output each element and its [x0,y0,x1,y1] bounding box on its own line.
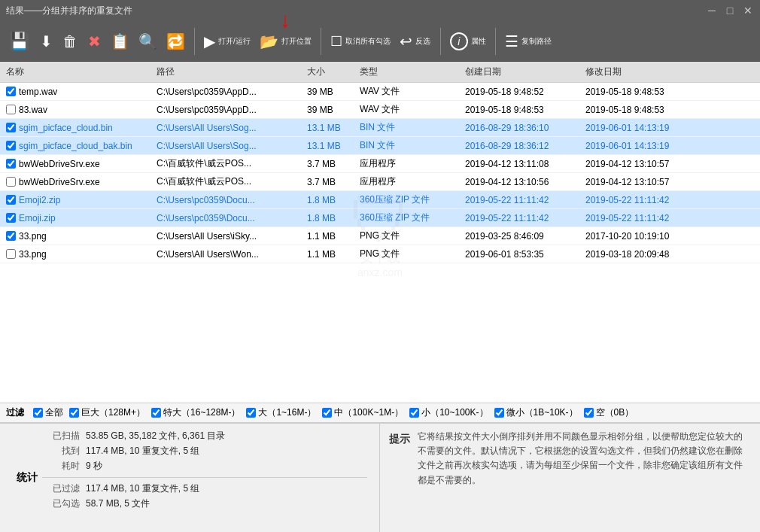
table-row: temp.wav C:\Users\pc0359\AppD... 39 MB W… [0,83,760,101]
stats-val-filtered: 117.4 MB, 10 重复文件, 5 组 [86,482,199,495]
toolbar: 💾 ⬇ 🗑 ✖ 📋 🔍 🔁 ▶ 打开/运行 📂 打开位置 ↓ ☐ 取消所有勾选 [0,21,760,62]
open-location-icon: 📂 [260,34,278,49]
search-button[interactable]: 🔍 [135,25,160,58]
row-checkbox-3[interactable] [6,141,16,150]
cell-type-3: BIN 文件 [357,138,462,153]
cell-path-7: C:\Users\pc0359\Docu... [154,212,304,224]
save-button[interactable]: 💾 [6,25,32,58]
cell-type-1: WAV 文件 [357,102,462,117]
reverse-select-button[interactable]: ↩ 反选 [397,25,434,58]
select-none-button[interactable]: ☐ 取消所有勾选 [327,25,394,58]
copy-file-icon: 📋 [111,34,129,49]
stats-row-time: 耗时 9 秒 [42,460,367,473]
download-button[interactable]: ⬇ [35,25,56,58]
delete-button[interactable]: ✖ [84,25,105,58]
row-checkbox-6[interactable] [6,195,16,205]
filter-item-small[interactable]: 小（10~100K-） [409,406,488,419]
filter-label-medium: 中（100K~1M-） [334,406,403,419]
cell-modified-6: 2019-05-22 11:11:42 [582,194,703,206]
row-checkbox-8[interactable] [6,231,16,241]
filter-item-empty[interactable]: 空（0B） [584,406,634,419]
copy-file-button[interactable]: 📋 [108,25,132,58]
filter-item-xlarge[interactable]: 特大（16~128M-） [151,406,240,419]
reverse-icon: ↩ [400,34,412,49]
stats-key-found: 找到 [42,445,80,458]
cell-created-0: 2019-05-18 9:48:52 [462,86,582,98]
cell-created-2: 2016-08-29 18:36:10 [462,122,582,134]
filter-checkbox-tiny[interactable] [494,408,504,418]
filename-6: Emoji2.zip [19,195,60,205]
filter-item-giant[interactable]: 巨大（128M+） [69,406,145,419]
row-checkbox-1[interactable] [6,105,16,114]
close-button[interactable]: ✕ [742,5,754,17]
filter-bar: 过滤 全部 巨大（128M+） 特大（16~128M-） 大（1~16M-） 中… [0,403,760,423]
minimize-button[interactable]: ─ [706,5,718,17]
filter-checkbox-large[interactable] [246,408,256,418]
open-run-label: 打开/运行 [218,36,251,47]
filename-8: 33.png [19,231,47,242]
cell-name-3: sgim_picface_cloud_bak.bin [3,140,154,152]
info-icon: i [450,32,468,50]
cell-size-6: 1.8 MB [304,194,357,206]
cell-size-2: 13.1 MB [304,122,357,134]
recycle-button[interactable]: 🗑 [59,25,81,58]
filter-checkbox-small[interactable] [409,408,419,418]
filter-checkbox-xlarge[interactable] [151,408,161,418]
filename-7: Emoji.zip [19,213,56,223]
filter-checkbox-all[interactable] [33,408,43,418]
cell-modified-7: 2019-05-22 11:11:42 [582,212,703,224]
open-location-button[interactable]: 📂 打开位置 ↓ [257,25,315,58]
file-list-body: temp.wav C:\Users\pc0359\AppD... 39 MB W… [0,83,760,403]
filter-checkbox-giant[interactable] [69,408,79,418]
filter-checkbox-empty[interactable] [584,408,594,418]
window-controls: ─ □ ✕ [706,5,754,17]
cell-size-9: 1.1 MB [304,248,357,260]
filter-item-medium[interactable]: 中（100K~1M-） [322,406,403,419]
cell-modified-2: 2019-06-01 14:13:19 [582,122,703,134]
cell-path-0: C:\Users\pc0359\AppD... [154,86,304,98]
cell-created-3: 2016-08-29 18:36:12 [462,140,582,152]
cell-type-7: 360压缩 ZIP 文件 [357,211,462,225]
cell-size-3: 13.1 MB [304,140,357,152]
filter-label-small: 小（10~100K-） [421,406,488,419]
cell-modified-8: 2017-10-20 10:19:10 [582,230,703,242]
row-checkbox-7[interactable] [6,213,16,223]
stats-title-label: 统计 [12,430,42,526]
row-checkbox-5[interactable] [6,177,16,187]
cell-path-8: C:\Users\All Users\iSky... [154,230,304,242]
cell-name-4: bwWebDriveSrv.exe [3,158,154,170]
filename-2: sgim_picface_cloud.bin [19,123,113,133]
filter-label-tiny: 微小（1B~10K-） [506,406,578,419]
cell-type-4: 应用程序 [357,157,462,171]
filter-checkbox-medium[interactable] [322,408,332,418]
cell-type-5: 应用程序 [357,175,462,189]
filter-label-all: 全部 [45,406,63,419]
cell-size-1: 39 MB [304,104,357,116]
open-run-button[interactable]: ▶ 打开/运行 [201,25,254,58]
cell-name-2: sgim_picface_cloud.bin [3,122,154,134]
row-checkbox-4[interactable] [6,159,16,169]
refresh-button[interactable]: 🔁 [163,25,188,58]
cell-type-6: 360压缩 ZIP 文件 [357,193,462,207]
copy-path-button[interactable]: ☰ 复制路径 [502,25,555,58]
cell-created-6: 2019-05-22 11:11:42 [462,194,582,206]
filter-label-giant: 巨大（128M+） [81,406,145,419]
filter-item-tiny[interactable]: 微小（1B~10K-） [494,406,578,419]
copy-path-label: 复制路径 [521,36,552,47]
cell-path-4: C:\百威软件\威云POS... [154,157,304,171]
maximize-button[interactable]: □ [724,5,736,17]
filter-item-large[interactable]: 大（1~16M-） [246,406,316,419]
stats-key-filtered: 已过滤 [42,482,80,495]
properties-button[interactable]: i 属性 [447,25,489,58]
row-checkbox-2[interactable] [6,123,16,132]
header-name: 名称 [3,64,154,80]
cell-name-9: 33.png [3,248,154,260]
cell-name-6: Emoji2.zip [3,194,154,206]
row-checkbox-0[interactable] [6,87,16,96]
select-none-icon: ☐ [330,35,342,48]
filter-item-all[interactable]: 全部 [33,406,63,419]
row-checkbox-9[interactable] [6,249,16,259]
stats-content: 已扫描 53.85 GB, 35,182 文件, 6,361 目录 找到 117… [42,430,367,526]
separator-2 [321,28,321,55]
table-row: 33.png C:\Users\All Users\iSky... 1.1 MB… [0,227,760,245]
